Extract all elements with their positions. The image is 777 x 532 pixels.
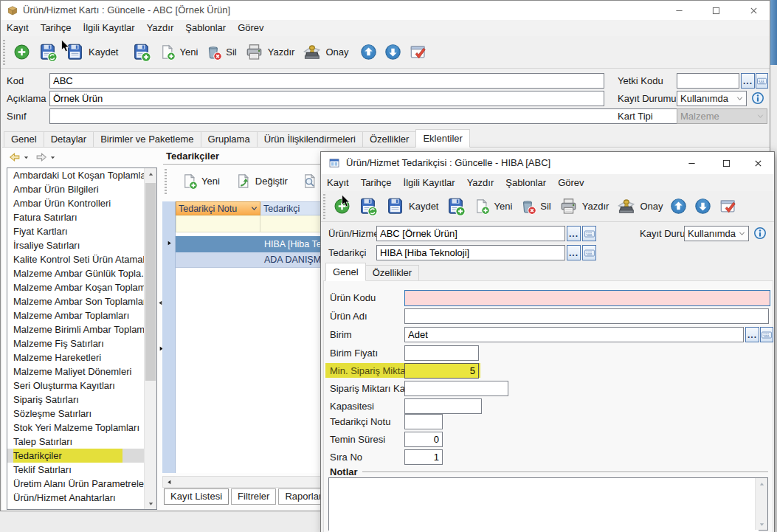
list-item[interactable]: Malzeme Ambar Son Toplamları (7, 294, 145, 308)
list-item[interactable]: İrsaliye Satırları (7, 238, 145, 252)
dialog-tab-ozellikler[interactable]: Özellikler (365, 265, 419, 281)
tab-ozellikler[interactable]: Özellikler (362, 131, 416, 148)
list-item[interactable]: Malzeme Maliyet Dönemleri (7, 365, 145, 379)
forward-dropdown-caret-icon[interactable] (49, 154, 56, 161)
list-item[interactable]: Ambar Ürün Kontrolleri (7, 196, 145, 210)
filter-cell[interactable] (176, 215, 260, 232)
yetki-keyboard-button[interactable] (756, 73, 768, 89)
scroll-thumb[interactable] (145, 183, 156, 381)
scroll-up-button[interactable] (756, 478, 767, 490)
list-item[interactable]: Malzeme Ambar Toplamları (7, 308, 145, 322)
kayit-durumu-select[interactable]: Kullanımda (677, 91, 747, 106)
menu-item[interactable]: Şablonlar (500, 175, 552, 191)
apply-close-button[interactable] (405, 41, 432, 63)
maximize-button[interactable] (700, 1, 731, 20)
approve-button[interactable]: Onay (298, 41, 352, 63)
tedarikci-input[interactable] (376, 245, 565, 260)
yetki-kodu-input[interactable] (677, 73, 739, 89)
grid-hscrollbar[interactable] (162, 476, 322, 488)
splitter[interactable] (157, 148, 162, 510)
list-item[interactable]: Üretim Alanı Ürün Parametreleri (7, 477, 145, 491)
list-item[interactable]: Seri Oluşturma Kayıtları (7, 379, 145, 393)
urun-hizmet-keyboard-button[interactable] (582, 226, 596, 241)
urun-kodu-input[interactable] (404, 290, 770, 306)
save-button[interactable]: Kaydet (61, 41, 122, 63)
dialog-tab-genel[interactable]: Genel (325, 263, 366, 281)
filter-chevron-icon[interactable] (251, 205, 258, 212)
menu-item[interactable]: Şablonlar (179, 20, 232, 36)
menu-item[interactable]: Görev (552, 175, 590, 191)
dialog-kayit-durumu-select[interactable]: Kullanımda (684, 226, 749, 241)
new-button[interactable]: Yeni (155, 42, 201, 62)
tab-eklentiler[interactable]: Eklentiler (415, 129, 469, 148)
list-item[interactable]: Teklif Satırları (7, 463, 145, 477)
list-item[interactable]: Tedarikçiler (7, 449, 145, 463)
menu-item[interactable]: İlgili Kayıtlar (77, 20, 141, 36)
scroll-down-button[interactable] (145, 497, 156, 509)
scroll-down-button[interactable] (756, 518, 767, 530)
new-button[interactable]: Yeni (469, 196, 516, 216)
print-button[interactable]: Yazdır (555, 195, 613, 218)
scroll-left-button[interactable] (163, 477, 175, 487)
birim-keyboard-button[interactable] (760, 327, 773, 342)
menu-item[interactable]: Görev (232, 20, 269, 36)
dialog-maximize-button[interactable] (710, 152, 742, 174)
menu-item[interactable]: Kayıt (321, 175, 355, 191)
min-siparis-input[interactable] (404, 363, 479, 379)
tedarikci-lookup-button[interactable]: ... (567, 245, 581, 260)
panel-edit-button[interactable]: Değiştir (231, 171, 291, 191)
siparis-katlari-input[interactable] (404, 381, 508, 396)
save-refresh-button[interactable] (354, 195, 381, 218)
birim-input[interactable] (404, 327, 744, 342)
menu-item[interactable]: Tarihçe (355, 175, 398, 191)
save-new-button[interactable] (128, 41, 155, 63)
dialog-titlebar[interactable]: Ürün/Hizmet Tedarikçisi : Güncelle - HIB… (321, 152, 774, 174)
list-item[interactable]: Malzeme Ambar Koşan Toplaml... (7, 280, 145, 294)
list-item[interactable]: Kalite Kontrol Seti Ürün Atamaları (7, 252, 145, 266)
urun-adi-input[interactable] (404, 308, 769, 324)
delete-button[interactable]: Sil (516, 196, 554, 216)
sira-no-input[interactable] (404, 449, 443, 465)
add-record-button[interactable] (10, 42, 34, 62)
tab-genel[interactable]: Genel (4, 131, 44, 148)
toolbar-grip[interactable] (3, 40, 5, 65)
prev-record-button[interactable] (666, 196, 691, 216)
info-icon[interactable] (751, 91, 764, 105)
notes-textarea[interactable] (329, 478, 759, 532)
next-record-button[interactable] (381, 42, 405, 62)
urun-hizmet-input[interactable] (376, 226, 565, 241)
aciklama-input[interactable] (49, 91, 604, 106)
kod-input[interactable] (49, 73, 604, 89)
menu-item[interactable]: İlgili Kayıtlar (398, 175, 461, 191)
bottom-tab-kayit-listesi[interactable]: Kayıt Listesi (164, 488, 229, 505)
menu-item[interactable]: Yazdır (141, 20, 180, 36)
birim-lookup-button[interactable]: ... (745, 327, 759, 342)
list-item[interactable]: Stok Yeri Malzeme Toplamları (7, 421, 145, 435)
info-icon[interactable] (753, 227, 767, 240)
birim-fiyati-input[interactable] (404, 345, 479, 361)
temin-suresi-input[interactable] (404, 432, 443, 447)
list-item[interactable]: Ambar Ürün Bilgileri (7, 182, 145, 196)
menu-item[interactable]: Tarihçe (35, 20, 77, 36)
column-header-tedarikci-notu[interactable]: Tedarikçi Notu (176, 201, 260, 215)
tedarikci-notu-input[interactable] (404, 414, 443, 429)
prev-record-button[interactable] (356, 42, 381, 62)
list-item[interactable]: Malzeme Hareketleri (7, 350, 145, 365)
save-new-button[interactable] (442, 195, 469, 218)
back-dropdown-caret-icon[interactable] (23, 154, 30, 161)
list-item[interactable]: Malzeme Fiş Satırları (7, 336, 145, 350)
urun-hizmet-lookup-button[interactable]: ... (567, 226, 581, 241)
list-item[interactable]: Malzeme Birimli Ambar Toplam... (7, 322, 145, 336)
list-item[interactable]: Fiyat Kartları (7, 224, 145, 238)
save-refresh-button[interactable] (34, 41, 61, 63)
tedarikci-keyboard-button[interactable] (582, 245, 596, 260)
list-item[interactable]: Ürün/Hizmet Anahtarları (7, 491, 145, 505)
toolbar-grip[interactable] (323, 194, 325, 219)
kapasitesi-input[interactable] (404, 398, 482, 414)
save-button[interactable]: Kaydet (381, 195, 442, 218)
minimize-button[interactable] (663, 1, 694, 20)
menu-item[interactable]: Yazdır (461, 175, 500, 191)
dialog-minimize-button[interactable] (675, 152, 708, 174)
print-button[interactable]: Yazdır (241, 41, 299, 63)
delete-button[interactable]: Sil (201, 42, 240, 62)
